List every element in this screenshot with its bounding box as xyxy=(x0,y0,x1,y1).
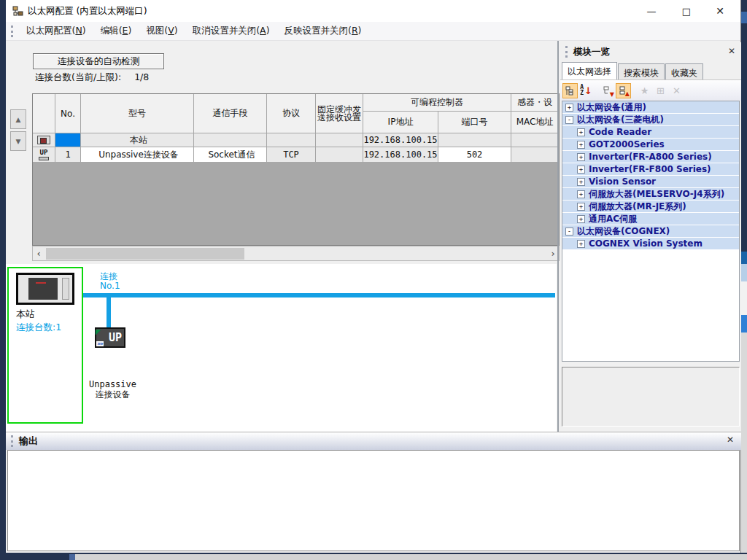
maximize-button[interactable]: □ xyxy=(670,0,703,22)
table-cell-protocol[interactable] xyxy=(267,133,316,147)
expand-icon[interactable]: + xyxy=(565,104,573,112)
row-up-button[interactable]: ▲ xyxy=(10,109,26,129)
expand-icon[interactable]: + xyxy=(577,153,585,161)
table-empty-area xyxy=(32,162,560,246)
plc-image xyxy=(16,273,74,305)
menu-view[interactable]: 视图(V) xyxy=(139,22,185,40)
expand-icon[interactable]: + xyxy=(577,240,585,248)
tree-item-ethernet-cognex[interactable]: -以太网设备(COGNEX) xyxy=(562,225,739,238)
close-button[interactable]: ✕ xyxy=(704,0,736,22)
panel-grip[interactable] xyxy=(11,435,13,447)
col-header-mac: MAC地址 xyxy=(511,112,559,133)
add-favorite-icon[interactable]: ⊞ xyxy=(653,83,668,98)
toolbar-separator xyxy=(632,83,636,98)
collapse-icon[interactable]: - xyxy=(565,228,573,236)
col-header-comm: 通信手段 xyxy=(194,94,267,133)
expand-icon[interactable]: + xyxy=(577,190,585,198)
tree-item-got2000[interactable]: +GOT2000Series xyxy=(562,139,739,151)
title-bar[interactable]: 以太网配置 (内置以太网端口) — □ ✕ xyxy=(6,0,740,22)
table-cell-ip[interactable]: 192.168.100.15 xyxy=(363,147,438,163)
row-down-button[interactable]: ▼ xyxy=(10,131,26,151)
module-panel-tabs: 以太网选择 搜索模块 收藏夹 xyxy=(560,61,741,80)
host-station-label: 本站 xyxy=(16,308,82,321)
collapse-tree-icon[interactable]: ▼ xyxy=(600,83,615,98)
table-cell-comm[interactable] xyxy=(194,133,267,147)
sort-az-icon[interactable]: AZ ↓ xyxy=(578,83,594,98)
col-header-protocol: 协议 xyxy=(267,94,316,133)
tree-item-vision-sensor[interactable]: +Vision Sensor xyxy=(562,176,739,188)
tree-item-ethernet-mitsubishi[interactable]: -以太网设备(三菱电机) xyxy=(562,114,739,126)
table-cell-model[interactable]: 本站 xyxy=(81,133,194,147)
plc-icon xyxy=(37,136,50,144)
tab-search-module[interactable]: 搜索模块 xyxy=(618,63,665,79)
table-cell-comm[interactable]: Socket通信 xyxy=(194,147,267,163)
host-station-box[interactable]: 本站 连接台数:1 xyxy=(7,267,83,424)
expand-icon[interactable]: + xyxy=(577,203,585,211)
table-cell-fixed-buffer[interactable] xyxy=(316,133,363,147)
expand-icon[interactable]: + xyxy=(577,178,585,186)
tree-item-inverter-fra800[interactable]: +Inverter(FR-A800 Series) xyxy=(562,151,739,163)
expand-icon[interactable]: + xyxy=(577,166,585,174)
module-tree: +以太网设备(通用) -以太网设备(三菱电机) +Code Reader +GO… xyxy=(562,101,740,362)
tab-favorites[interactable]: 收藏夹 xyxy=(665,63,703,79)
table-horizontal-scrollbar[interactable]: ‹ › xyxy=(32,246,560,261)
table-cell-no[interactable]: 1 xyxy=(55,147,81,163)
table-cell-mac[interactable] xyxy=(511,147,559,163)
window-title: 以太网配置 (内置以太网端口) xyxy=(28,5,147,18)
collapse-icon[interactable]: - xyxy=(565,116,573,124)
tab-ethernet-selection[interactable]: 以太网选择 xyxy=(562,62,617,79)
col-group-plc: 可编程控制器 xyxy=(363,94,511,112)
output-panel-close-icon[interactable]: ✕ xyxy=(727,435,734,445)
tree-item-inverter-frf800[interactable]: +Inverter(FR-F800 Series) xyxy=(562,163,739,176)
expand-selected-tree-icon[interactable]: ▲ xyxy=(616,83,631,98)
module-panel-close-icon[interactable]: ✕ xyxy=(728,46,735,56)
expand-tree-icon[interactable] xyxy=(562,83,578,98)
device-flag-icon: ◤ xyxy=(96,327,101,336)
menu-cancel-and-close[interactable]: 取消设置并关闭(A) xyxy=(185,22,277,40)
host-station-count: 连接台数:1 xyxy=(16,322,82,334)
device-up-badge: UP xyxy=(109,331,122,344)
tree-item-code-reader[interactable]: +Code Reader xyxy=(562,126,739,139)
expand-icon[interactable]: + xyxy=(577,128,585,136)
device-table: No. 型号 通信手段 协议 固定缓冲发 送接收设置 可编程控制器 感器・设 I… xyxy=(32,93,560,163)
vertical-splitter[interactable] xyxy=(557,41,559,432)
auto-detect-button[interactable]: 连接设备的自动检测 xyxy=(33,53,164,69)
tree-item-generic-ac-servo[interactable]: +通用AC伺服 xyxy=(562,213,739,225)
table-cell-no-selected[interactable] xyxy=(55,133,81,147)
backdrop-statusbar xyxy=(75,554,747,560)
table-cell-ip[interactable]: 192.168.100.15 xyxy=(363,133,438,147)
table-cell-port[interactable]: 502 xyxy=(438,147,511,163)
menu-ethernet-config[interactable]: 以太网配置(N) xyxy=(19,22,93,40)
table-cell-port[interactable] xyxy=(438,133,511,147)
menu-grip[interactable] xyxy=(11,26,13,37)
up-arrow-icon: ▲ xyxy=(16,116,21,123)
table-cell-mac[interactable] xyxy=(511,133,559,147)
module-panel-header[interactable]: 模块一览 ✕ xyxy=(560,42,741,61)
scrollbar-thumb[interactable] xyxy=(46,248,244,260)
favorite-star-icon[interactable]: ★ xyxy=(637,83,652,98)
expand-icon[interactable]: + xyxy=(577,215,585,223)
table-cell-fixed-buffer[interactable] xyxy=(316,147,363,163)
tree-item-servo-mr-je[interactable]: +伺服放大器(MR-JE系列) xyxy=(562,201,739,213)
tree-item-ethernet-generic[interactable]: +以太网设备(通用) xyxy=(562,101,739,114)
table-row-icon-cell[interactable]: UP xyxy=(33,147,55,163)
col-header-port: 端口号 xyxy=(438,112,511,133)
output-panel-content[interactable] xyxy=(7,450,740,551)
app-icon xyxy=(12,6,23,17)
minimize-button[interactable]: — xyxy=(635,0,667,22)
table-row-icon-cell[interactable] xyxy=(33,133,55,147)
delete-favorite-icon[interactable]: ✕ xyxy=(669,83,684,98)
menu-apply-and-close[interactable]: 反映设置并关闭(R) xyxy=(277,22,369,40)
unpassive-device-node[interactable]: ◤ UP »» xyxy=(95,327,125,348)
output-panel-header[interactable]: 输出 xyxy=(6,432,741,450)
table-cell-protocol[interactable]: TCP xyxy=(267,147,316,163)
table-cell-model[interactable]: Unpassive连接设备 xyxy=(81,147,194,163)
scroll-left-icon[interactable]: ‹ xyxy=(33,247,44,260)
tree-item-cognex-vision-system[interactable]: +COGNEX Vision System xyxy=(562,238,739,250)
menu-edit[interactable]: 编辑(E) xyxy=(93,22,139,40)
module-list-panel: 模块一览 ✕ 以太网选择 搜索模块 收藏夹 AZ ↓ ▼ ▲ xyxy=(560,42,741,432)
tree-item-servo-melservo-j4[interactable]: +伺服放大器(MELSERVO-J4系列) xyxy=(562,188,739,201)
panel-grip[interactable] xyxy=(565,46,568,58)
expand-icon[interactable]: + xyxy=(577,141,585,149)
col-header-icon xyxy=(33,94,55,133)
